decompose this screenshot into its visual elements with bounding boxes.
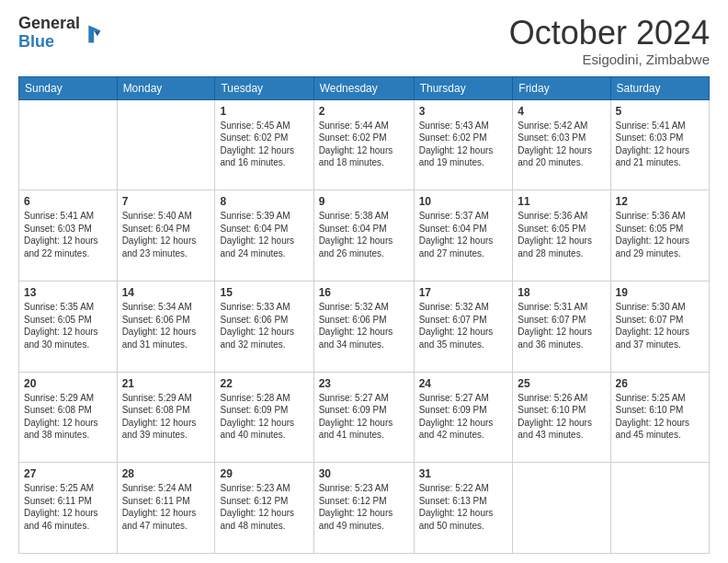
day-number: 19 [616, 285, 704, 300]
day-info: Sunset: 6:05 PM [616, 223, 704, 236]
day-number: 13 [24, 285, 112, 300]
day-info: Daylight: 12 hours and 30 minutes. [24, 326, 112, 350]
table-row: 3Sunrise: 5:43 AMSunset: 6:02 PMDaylight… [414, 99, 513, 190]
table-row [19, 99, 118, 190]
day-number: 26 [616, 376, 704, 391]
table-row: 22Sunrise: 5:28 AMSunset: 6:09 PMDayligh… [215, 372, 313, 463]
day-info: Sunset: 6:07 PM [419, 314, 508, 327]
day-info: Daylight: 12 hours and 46 minutes. [24, 507, 112, 532]
day-info: Sunset: 6:06 PM [122, 314, 210, 327]
table-row: 7Sunrise: 5:40 AMSunset: 6:04 PMDaylight… [117, 190, 215, 282]
header-sunday: Sunday [19, 76, 118, 99]
table-row: 8Sunrise: 5:39 AMSunset: 6:04 PMDaylight… [215, 190, 313, 282]
table-row: 19Sunrise: 5:30 AMSunset: 6:07 PMDayligh… [610, 281, 709, 372]
month-title: October 2024 [509, 15, 710, 52]
table-row: 16Sunrise: 5:32 AMSunset: 6:06 PMDayligh… [313, 281, 414, 372]
day-number: 4 [518, 104, 605, 119]
table-row: 6Sunrise: 5:41 AMSunset: 6:03 PMDaylight… [19, 190, 118, 282]
day-info: Sunset: 6:02 PM [220, 132, 308, 144]
table-row: 1Sunrise: 5:45 AMSunset: 6:02 PMDaylight… [215, 99, 313, 190]
logo-text: General Blue [18, 15, 80, 52]
day-info: Daylight: 12 hours and 47 minutes. [122, 507, 210, 532]
day-info: Sunrise: 5:36 AM [616, 210, 704, 223]
day-info: Sunrise: 5:27 AM [319, 392, 409, 405]
table-row: 28Sunrise: 5:24 AMSunset: 6:11 PMDayligh… [117, 463, 215, 554]
table-row: 21Sunrise: 5:29 AMSunset: 6:08 PMDayligh… [117, 372, 215, 463]
day-info: Sunrise: 5:33 AM [220, 301, 308, 314]
day-info: Sunset: 6:05 PM [24, 314, 112, 327]
day-number: 15 [220, 285, 308, 300]
day-info: Sunset: 6:02 PM [419, 132, 508, 144]
day-info: Daylight: 12 hours and 49 minutes. [319, 507, 409, 532]
header-friday: Friday [513, 76, 610, 99]
day-number: 22 [220, 376, 308, 391]
day-number: 18 [518, 285, 605, 300]
header-tuesday: Tuesday [215, 76, 313, 99]
day-number: 16 [319, 285, 409, 300]
table-row: 30Sunrise: 5:23 AMSunset: 6:12 PMDayligh… [313, 463, 414, 554]
day-number: 2 [319, 104, 409, 119]
day-info: Sunset: 6:05 PM [518, 223, 605, 236]
day-number: 11 [518, 194, 605, 209]
day-number: 31 [419, 466, 508, 481]
day-info: Sunset: 6:09 PM [319, 404, 409, 417]
table-row [610, 463, 709, 554]
table-row: 10Sunrise: 5:37 AMSunset: 6:04 PMDayligh… [414, 190, 513, 282]
day-number: 29 [220, 466, 308, 481]
day-info: Sunrise: 5:36 AM [518, 210, 605, 223]
day-info: Sunrise: 5:45 AM [220, 120, 308, 132]
day-info: Daylight: 12 hours and 35 minutes. [419, 326, 508, 350]
day-info: Daylight: 12 hours and 29 minutes. [616, 235, 704, 259]
table-row: 18Sunrise: 5:31 AMSunset: 6:07 PMDayligh… [513, 281, 610, 372]
logo-icon [82, 24, 102, 44]
svg-marker-1 [94, 30, 100, 36]
day-info: Daylight: 12 hours and 19 minutes. [419, 144, 508, 169]
table-row: 9Sunrise: 5:38 AMSunset: 6:04 PMDaylight… [313, 190, 414, 282]
location: Esigodini, Zimbabwe [509, 52, 710, 67]
day-info: Sunrise: 5:24 AM [122, 482, 210, 495]
day-info: Daylight: 12 hours and 40 minutes. [220, 417, 308, 442]
day-info: Daylight: 12 hours and 38 minutes. [24, 417, 112, 442]
day-info: Sunset: 6:03 PM [24, 223, 112, 236]
table-row: 14Sunrise: 5:34 AMSunset: 6:06 PMDayligh… [117, 281, 215, 372]
day-number: 20 [24, 376, 112, 391]
table-row: 26Sunrise: 5:25 AMSunset: 6:10 PMDayligh… [610, 372, 709, 463]
calendar-table: Sunday Monday Tuesday Wednesday Thursday… [18, 76, 710, 554]
page: General Blue October 2024 Esigodini, Zim… [0, 0, 728, 563]
header: General Blue October 2024 Esigodini, Zim… [18, 15, 710, 67]
day-info: Sunrise: 5:42 AM [518, 120, 605, 132]
day-info: Daylight: 12 hours and 27 minutes. [419, 235, 508, 259]
day-info: Sunset: 6:03 PM [518, 132, 605, 144]
day-info: Sunrise: 5:29 AM [122, 392, 210, 405]
day-info: Sunrise: 5:23 AM [319, 482, 409, 495]
day-info: Sunset: 6:11 PM [122, 495, 210, 508]
day-number: 9 [319, 194, 409, 209]
table-row: 24Sunrise: 5:27 AMSunset: 6:09 PMDayligh… [414, 372, 513, 463]
day-info: Daylight: 12 hours and 36 minutes. [518, 326, 605, 350]
table-row: 20Sunrise: 5:29 AMSunset: 6:08 PMDayligh… [19, 372, 118, 463]
table-row: 29Sunrise: 5:23 AMSunset: 6:12 PMDayligh… [215, 463, 313, 554]
day-info: Daylight: 12 hours and 32 minutes. [220, 326, 308, 350]
day-info: Sunrise: 5:34 AM [122, 301, 210, 314]
day-info: Sunset: 6:13 PM [419, 495, 508, 508]
day-info: Daylight: 12 hours and 31 minutes. [122, 326, 210, 350]
table-row: 12Sunrise: 5:36 AMSunset: 6:05 PMDayligh… [610, 190, 709, 282]
day-info: Daylight: 12 hours and 41 minutes. [319, 417, 409, 442]
day-info: Sunset: 6:03 PM [616, 132, 704, 144]
day-info: Daylight: 12 hours and 16 minutes. [220, 144, 308, 169]
day-number: 14 [122, 285, 210, 300]
day-info: Sunset: 6:07 PM [518, 314, 605, 327]
day-info: Daylight: 12 hours and 37 minutes. [616, 326, 704, 350]
day-info: Sunrise: 5:32 AM [319, 301, 409, 314]
day-info: Sunset: 6:07 PM [616, 314, 704, 327]
day-info: Sunrise: 5:41 AM [24, 210, 112, 223]
day-info: Sunset: 6:12 PM [319, 495, 409, 508]
day-info: Daylight: 12 hours and 43 minutes. [518, 417, 605, 442]
day-info: Sunset: 6:12 PM [220, 495, 308, 508]
day-info: Daylight: 12 hours and 24 minutes. [220, 235, 308, 259]
day-info: Daylight: 12 hours and 26 minutes. [319, 235, 409, 259]
day-info: Sunset: 6:08 PM [122, 404, 210, 417]
day-info: Sunset: 6:04 PM [419, 223, 508, 236]
table-row: 27Sunrise: 5:25 AMSunset: 6:11 PMDayligh… [19, 463, 118, 554]
day-info: Sunset: 6:09 PM [220, 404, 308, 417]
